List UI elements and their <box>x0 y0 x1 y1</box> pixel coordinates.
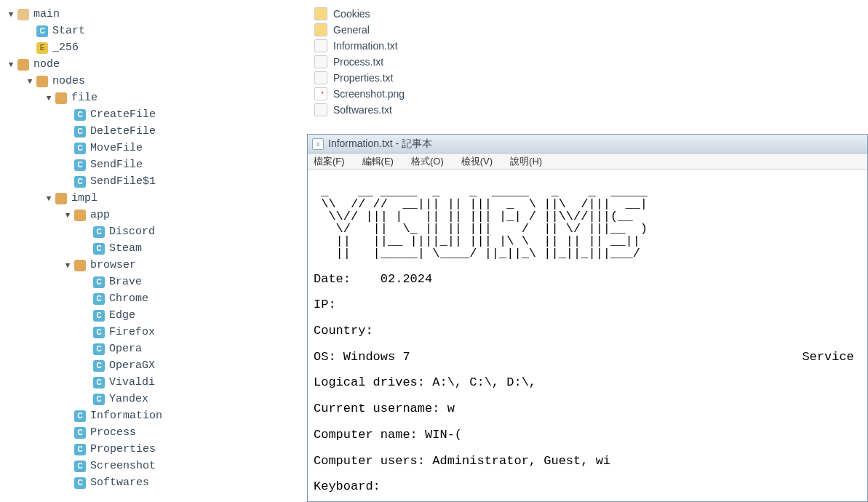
folder-icon <box>74 260 86 271</box>
tree-item-yandex[interactable]: CYandex <box>6 391 291 407</box>
tree-item-properties[interactable]: CProperties <box>6 441 291 458</box>
tree-item-label: MoveFile <box>90 142 143 154</box>
class-icon: C <box>93 394 105 405</box>
class-icon: C <box>93 310 105 322</box>
tree-item-brave[interactable]: CBrave <box>6 274 291 290</box>
file-row-properties[interactable]: Properties.txt <box>314 70 868 86</box>
tree-item-steam[interactable]: CSteam <box>6 240 291 257</box>
class-icon: C <box>93 243 105 255</box>
tree-item-label: Process <box>90 426 136 439</box>
info-username: Current username: w <box>314 402 861 415</box>
folder-icon <box>55 193 67 204</box>
tree-item-firefox[interactable]: CFirefox <box>6 324 291 340</box>
tree-item-label: Brave <box>109 276 142 288</box>
tree-item-label: main <box>33 8 60 20</box>
notepad-content[interactable]: _ __ _____ _ _ _____ _ _ _____ \\ // // … <box>308 170 867 502</box>
tree-item-screenshot[interactable]: CScreenshot <box>6 458 291 474</box>
file-row-cookies[interactable]: Cookies <box>314 6 868 22</box>
folder-icon <box>17 9 29 20</box>
chevron-down-icon[interactable]: ▼ <box>63 261 73 270</box>
text-file-icon <box>314 55 327 68</box>
tree-item-label: browser <box>90 259 136 271</box>
tree-item-start[interactable]: CStart <box>6 23 291 39</box>
file-list-panel: CookiesGeneralInformation.txtProcess.txt… <box>314 0 868 118</box>
tree-item-chrome[interactable]: CChrome <box>6 290 291 307</box>
text-file-icon <box>314 39 327 52</box>
tree-item-createfile[interactable]: CCreateFile <box>6 106 291 123</box>
tree-item-app[interactable]: ▼app <box>6 207 291 223</box>
tree-item-discord[interactable]: CDiscord <box>6 223 291 240</box>
folder-icon <box>55 92 67 104</box>
chevron-down-icon[interactable]: ▼ <box>25 77 35 86</box>
file-label: Cookies <box>333 8 370 20</box>
tree-item-256[interactable]: E_256 <box>6 39 291 56</box>
tree-item-sendfile1[interactable]: CSendFile$1 <box>6 173 291 190</box>
class-icon: C <box>93 343 105 355</box>
file-row-information[interactable]: Information.txt <box>314 38 868 54</box>
file-row-process[interactable]: Process.txt <box>314 54 868 70</box>
tree-item-browser[interactable]: ▼browser <box>6 257 291 274</box>
menu-file[interactable]: 檔案(F) <box>314 155 345 168</box>
file-label: Screenshot.png <box>333 88 405 100</box>
tree-item-deletefile[interactable]: CDeleteFile <box>6 123 291 140</box>
tree-item-label: CreateFile <box>90 108 156 121</box>
class-icon: C <box>74 477 86 489</box>
tree-item-label: Properties <box>90 443 156 455</box>
menu-help[interactable]: 說明(H) <box>510 155 542 168</box>
chevron-down-icon[interactable]: ▼ <box>6 60 16 69</box>
notepad-title-text: Information.txt - 記事本 <box>328 138 432 151</box>
class-icon: C <box>93 360 105 372</box>
tree-item-process[interactable]: CProcess <box>6 424 291 441</box>
folder-icon <box>17 59 29 71</box>
chevron-down-icon[interactable]: ▼ <box>6 10 16 19</box>
tree-item-sendfile[interactable]: CSendFile <box>6 156 291 173</box>
tree-item-nodes[interactable]: ▼nodes <box>6 73 291 89</box>
chevron-down-icon[interactable]: ▼ <box>44 94 54 103</box>
file-row-screenshot[interactable]: Screenshot.png <box>314 86 868 102</box>
menu-format[interactable]: 格式(O) <box>411 155 444 168</box>
file-row-general[interactable]: General <box>314 22 868 38</box>
tree-item-node[interactable]: ▼node <box>6 56 291 73</box>
class-icon: C <box>74 159 86 171</box>
notepad-titlebar[interactable]: ≡ Information.txt - 記事本 <box>308 135 867 154</box>
tree-item-opera[interactable]: COpera <box>6 340 291 357</box>
tree-item-impl[interactable]: ▼impl <box>6 190 291 207</box>
info-computer: Computer name: WIN-( <box>314 429 861 442</box>
file-label: Properties.txt <box>333 72 393 84</box>
folder-icon <box>36 76 48 87</box>
class-icon: C <box>93 377 105 389</box>
file-row-softwares[interactable]: Softwares.txt <box>314 102 868 118</box>
folder-icon <box>314 7 327 20</box>
tree-item-edge[interactable]: CEdge <box>6 307 291 324</box>
file-label: Process.txt <box>333 56 383 68</box>
menu-edit[interactable]: 編輯(E) <box>362 155 394 168</box>
tree-item-operagx[interactable]: COperaGX <box>6 357 291 374</box>
tree-item-label: Edge <box>109 309 135 322</box>
tree-item-label: Information <box>90 410 162 422</box>
class-icon: C <box>93 276 105 288</box>
tree-item-softwares[interactable]: CSoftwares <box>6 474 291 491</box>
text-file-icon <box>314 103 327 116</box>
tree-item-movefile[interactable]: CMoveFile <box>6 140 291 156</box>
tree-item-vivaldi[interactable]: CVivaldi <box>6 374 291 391</box>
file-label: Information.txt <box>333 40 398 52</box>
tree-item-label: Screenshot <box>90 460 156 472</box>
info-users: Computer users: Administrator, Guest, wi <box>314 455 861 468</box>
info-country: Country: <box>314 324 861 338</box>
chevron-down-icon[interactable]: ▼ <box>63 211 73 220</box>
class-icon: C <box>74 109 86 121</box>
tree-item-file[interactable]: ▼file <box>6 89 291 106</box>
tree-item-label: SendFile$1 <box>90 175 156 188</box>
notepad-menubar: 檔案(F) 編輯(E) 格式(O) 檢視(V) 說明(H) <box>308 154 867 170</box>
file-label: Softwares.txt <box>333 104 392 116</box>
tree-item-main[interactable]: ▼main <box>6 6 291 23</box>
class-icon: C <box>74 143 86 154</box>
menu-view[interactable]: 檢視(V) <box>461 155 493 168</box>
tree-item-label: Opera <box>109 343 142 355</box>
chevron-down-icon[interactable]: ▼ <box>44 194 54 203</box>
folder-icon <box>314 23 327 36</box>
class-icon: C <box>74 461 86 472</box>
class-icon: C <box>93 226 105 238</box>
image-file-icon <box>314 87 327 100</box>
tree-item-information[interactable]: CInformation <box>6 407 291 424</box>
